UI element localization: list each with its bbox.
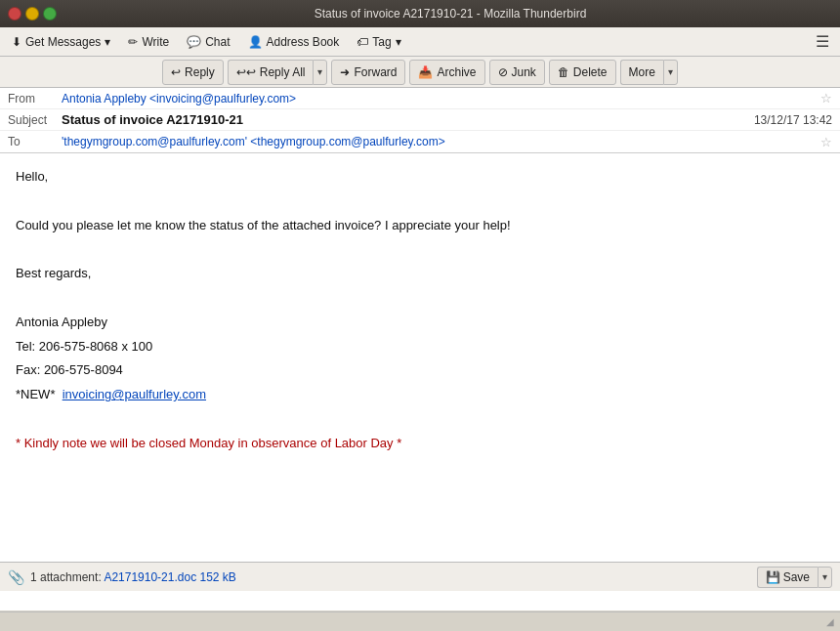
body-name: Antonia Appleby (16, 313, 824, 333)
archive-label: Archive (437, 65, 476, 79)
reply-button[interactable]: ↩ Reply (162, 60, 224, 85)
tag-dropdown-icon: ▾ (396, 35, 401, 49)
address-book-button[interactable]: 👤 Address Book (240, 30, 348, 54)
email-date: 13/12/17 13:42 (754, 113, 832, 127)
forward-label: Forward (354, 65, 397, 79)
reply-all-split: ↩↩ Reply All ▾ (228, 60, 328, 85)
from-row: From Antonia Appleby <invoicing@paulfurl… (0, 88, 840, 109)
email-link[interactable]: invoicing@paulfurley.com (63, 387, 206, 401)
save-split: 💾 Save ▾ (757, 567, 832, 588)
save-icon: 💾 (766, 570, 780, 584)
junk-label: Junk (512, 65, 536, 79)
body-fax: Fax: 206-575-8094 (16, 360, 824, 381)
body-regards: Best regards, (16, 264, 824, 284)
delete-button[interactable]: 🗑 Delete (549, 60, 616, 85)
body-question: Could you please let me know the status … (16, 216, 824, 236)
email-header: From Antonia Appleby <invoicing@paulfurl… (0, 88, 840, 153)
to-row: To 'thegymgroup.com@paulfurley.com' <the… (0, 131, 840, 152)
forward-icon: ➜ (340, 65, 350, 79)
delete-icon: 🗑 (558, 65, 569, 79)
archive-icon: 📥 (418, 65, 433, 79)
write-label: Write (142, 35, 169, 49)
titlebar: Status of invoice A2171910-21 - Mozilla … (0, 0, 840, 27)
hamburger-menu-button[interactable]: ☰ (809, 28, 836, 55)
minimize-button[interactable] (25, 7, 39, 21)
statusbar: ◢ (0, 611, 840, 631)
to-star-icon[interactable]: ☆ (820, 135, 832, 149)
junk-button[interactable]: ⊘ Junk (489, 60, 545, 85)
from-label: From (8, 92, 62, 105)
email-body: Hello, Could you please let me know the … (0, 153, 840, 515)
reply-all-icon: ↩↩ (236, 65, 256, 79)
get-messages-label: Get Messages (25, 35, 101, 49)
write-button[interactable]: ✏ Write (120, 30, 177, 54)
address-book-icon: 👤 (248, 35, 263, 49)
save-dropdown-button[interactable]: ▾ (818, 567, 832, 588)
body-note: * Kindly note we will be closed Monday i… (16, 434, 824, 454)
chat-button[interactable]: 💬 Chat (179, 30, 237, 54)
body-empty-4 (16, 409, 824, 430)
archive-button[interactable]: 📥 Archive (409, 60, 484, 85)
attachment-icon: 📎 (8, 569, 24, 585)
to-value: 'thegymgroup.com@paulfurley.com' <thegym… (62, 135, 817, 148)
from-value: Antonia Appleby <invoicing@paulfurley.co… (62, 92, 817, 105)
window-controls (8, 7, 57, 21)
resize-handle[interactable]: ◢ (826, 616, 834, 627)
tag-label: Tag (372, 35, 391, 49)
forward-button[interactable]: ➜ Forward (331, 60, 405, 85)
body-empty-3 (16, 288, 824, 309)
close-button[interactable] (8, 7, 21, 21)
subject-row: Subject Status of invoice A2171910-21 13… (0, 109, 840, 131)
body-empty-2 (16, 239, 824, 260)
body-tel: Tel: 206-575-8068 x 100 (16, 337, 824, 358)
write-icon: ✏ (128, 35, 138, 49)
more-split: More ▾ (620, 60, 678, 85)
more-label: More (629, 65, 655, 79)
address-book-label: Address Book (267, 35, 340, 49)
reply-all-dropdown-button[interactable]: ▾ (313, 60, 327, 85)
body-empty-1 (16, 191, 824, 212)
chat-icon: 💬 (187, 35, 201, 49)
menubar: ⬇ Get Messages ▾ ✏ Write 💬 Chat 👤 Addres… (0, 27, 840, 57)
toolbar-center: ↩ Reply ↩↩ Reply All ▾ ➜ Forward 📥 Archi… (4, 60, 836, 85)
reply-icon: ↩ (171, 65, 181, 79)
more-button[interactable]: More (620, 60, 663, 85)
tag-button[interactable]: 🏷 Tag ▾ (349, 30, 408, 54)
more-dropdown-button[interactable]: ▾ (663, 60, 678, 85)
reply-all-button[interactable]: ↩↩ Reply All (228, 60, 314, 85)
body-greeting: Hello, (16, 167, 824, 188)
window-title: Status of invoice A2171910-21 - Mozilla … (68, 7, 832, 21)
save-label: Save (783, 570, 810, 584)
reply-label: Reply (185, 65, 215, 79)
email-body-container: Hello, Could you please let me know the … (0, 153, 840, 610)
attachment-bar: 📎 1 attachment: A2171910-21.doc 152 kB 💾… (0, 562, 840, 591)
get-messages-button[interactable]: ⬇ Get Messages ▾ (4, 30, 118, 54)
toolbar: ↩ Reply ↩↩ Reply All ▾ ➜ Forward 📥 Archi… (0, 57, 840, 88)
delete-label: Delete (573, 65, 608, 79)
maximize-button[interactable] (43, 7, 57, 21)
reply-all-label: Reply All (260, 65, 306, 79)
to-label: To (8, 135, 62, 148)
body-email: *NEW* invoicing@paulfurley.com (16, 385, 824, 405)
chat-label: Chat (205, 35, 230, 49)
attachment-info: 1 attachment: A2171910-21.doc 152 kB (30, 570, 751, 584)
get-messages-dropdown-icon: ▾ (105, 35, 110, 49)
junk-icon: ⊘ (498, 65, 508, 79)
subject-value: Status of invoice A2171910-21 (62, 112, 754, 127)
attachment-filename[interactable]: A2171910-21.doc 152 kB (104, 570, 235, 584)
tag-icon: 🏷 (357, 35, 368, 49)
get-messages-icon: ⬇ (12, 35, 21, 49)
attachment-count: 1 attachment: (30, 570, 104, 584)
save-button[interactable]: 💾 Save (757, 567, 818, 588)
star-icon[interactable]: ☆ (820, 91, 832, 105)
subject-label: Subject (8, 113, 62, 127)
